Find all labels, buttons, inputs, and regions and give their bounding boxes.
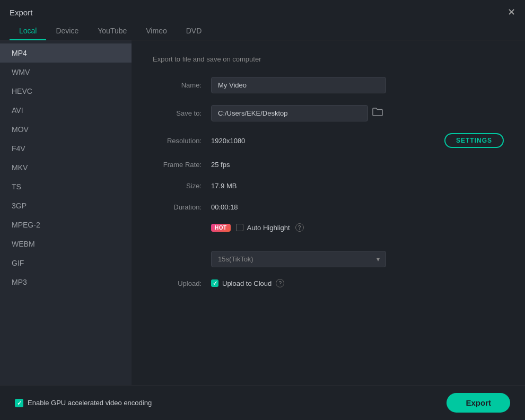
upload-label: Upload: xyxy=(153,279,211,287)
sidebar-item-webm[interactable]: WEBM xyxy=(0,234,132,253)
sidebar-item-gif[interactable]: GIF xyxy=(0,253,132,273)
resolution-label: Resolution: xyxy=(153,137,211,145)
auto-highlight-control: HOT Auto Highlight ? xyxy=(211,223,504,239)
highlight-dropdown[interactable]: 15s(TikTok) xyxy=(211,251,386,267)
window-title: Export xyxy=(10,8,32,17)
gpu-encoding-checkbox[interactable] xyxy=(15,399,23,407)
name-control xyxy=(211,77,504,93)
tab-dvd[interactable]: DVD xyxy=(177,22,212,40)
auto-highlight-text: Auto Highlight xyxy=(247,224,290,232)
highlight-dropdown-wrapper: 15s(TikTok) xyxy=(211,251,504,267)
sidebar-item-wmv[interactable]: WMV xyxy=(0,63,132,82)
sidebar-item-mkv[interactable]: MKV xyxy=(0,158,132,177)
highlight-row: HOT Auto Highlight ? xyxy=(211,223,504,232)
main-layout: MP4 WMV HEVC AVI MOV F4V MKV TS 3GP MPEG… xyxy=(0,40,525,385)
save-to-label: Save to: xyxy=(153,109,211,117)
duration-control: 00:00:18 xyxy=(211,202,504,212)
upload-info-icon[interactable]: ? xyxy=(276,279,284,287)
upload-control: Upload to Cloud ? xyxy=(211,279,504,287)
sidebar-item-avi[interactable]: AVI xyxy=(0,101,132,120)
resolution-control: 1920x1080 SETTINGS xyxy=(211,133,504,148)
save-to-control xyxy=(211,105,504,121)
sidebar-item-hevc[interactable]: HEVC xyxy=(0,82,132,101)
sidebar-item-ts[interactable]: TS xyxy=(0,177,132,196)
sidebar-item-mp3[interactable]: MP3 xyxy=(0,273,132,292)
section-title: Export to file and save on computer xyxy=(153,55,504,63)
tab-bar: Local Device YouTube Vimeo DVD xyxy=(0,22,525,40)
sidebar: MP4 WMV HEVC AVI MOV F4V MKV TS 3GP MPEG… xyxy=(0,40,132,385)
resolution-row: Resolution: 1920x1080 SETTINGS xyxy=(153,133,504,148)
gpu-encoding-label[interactable]: Enable GPU accelerated video encoding xyxy=(15,399,152,407)
auto-highlight-info-icon[interactable]: ? xyxy=(295,223,304,232)
save-to-row: Save to: xyxy=(153,105,504,121)
tab-device[interactable]: Device xyxy=(46,22,88,40)
content-area: Export to file and save on computer Name… xyxy=(132,40,525,385)
sidebar-item-mov[interactable]: MOV xyxy=(0,120,132,139)
size-label: Size: xyxy=(153,182,211,190)
settings-button[interactable]: SETTINGS xyxy=(444,133,504,148)
path-input[interactable] xyxy=(211,105,368,121)
save-to-wrapper xyxy=(211,105,504,121)
upload-to-cloud-text: Upload to Cloud xyxy=(222,279,272,287)
sidebar-item-3gp[interactable]: 3GP xyxy=(0,196,132,215)
frame-rate-row: Frame Rate: 25 fps xyxy=(153,160,504,169)
bottom-bar: Enable GPU accelerated video encoding Ex… xyxy=(0,385,525,420)
duration-row: Duration: 00:00:18 xyxy=(153,202,504,212)
upload-to-cloud-label[interactable]: Upload to Cloud xyxy=(211,279,272,287)
gpu-encoding-text: Enable GPU accelerated video encoding xyxy=(28,399,152,407)
tab-youtube[interactable]: YouTube xyxy=(88,22,136,40)
close-button[interactable]: ✕ xyxy=(508,7,515,17)
name-row: Name: xyxy=(153,77,504,93)
size-row: Size: 17.9 MB xyxy=(153,181,504,190)
auto-highlight-label[interactable]: Auto Highlight xyxy=(236,224,290,232)
tab-vimeo[interactable]: Vimeo xyxy=(136,22,176,40)
frame-rate-control: 25 fps xyxy=(211,160,504,169)
tab-local[interactable]: Local xyxy=(10,22,46,40)
duration-value: 00:00:18 xyxy=(211,203,238,211)
size-value: 17.9 MB xyxy=(211,182,237,190)
folder-browse-button[interactable] xyxy=(372,107,383,119)
title-bar: Export ✕ xyxy=(0,0,525,22)
size-control: 17.9 MB xyxy=(211,181,504,190)
upload-row: Upload: Upload to Cloud ? xyxy=(153,279,504,287)
upload-to-cloud-checkbox[interactable] xyxy=(211,279,218,287)
auto-highlight-row: HOT Auto Highlight ? xyxy=(153,223,504,239)
dropdown-container: 15s(TikTok) xyxy=(211,251,386,267)
name-label: Name: xyxy=(153,81,211,89)
auto-highlight-checkbox[interactable] xyxy=(236,224,243,231)
frame-rate-value: 25 fps xyxy=(211,161,230,169)
name-input[interactable] xyxy=(211,77,386,93)
hot-badge: HOT xyxy=(211,224,231,232)
frame-rate-label: Frame Rate: xyxy=(153,161,211,169)
sidebar-item-mp4[interactable]: MP4 xyxy=(0,43,132,63)
sidebar-item-mpeg2[interactable]: MPEG-2 xyxy=(0,215,132,234)
export-button[interactable]: Export xyxy=(447,393,510,413)
resolution-value: 1920x1080 xyxy=(211,137,245,145)
sidebar-item-f4v[interactable]: F4V xyxy=(0,139,132,158)
duration-label: Duration: xyxy=(153,203,211,211)
resolution-wrapper: 1920x1080 SETTINGS xyxy=(211,133,504,148)
